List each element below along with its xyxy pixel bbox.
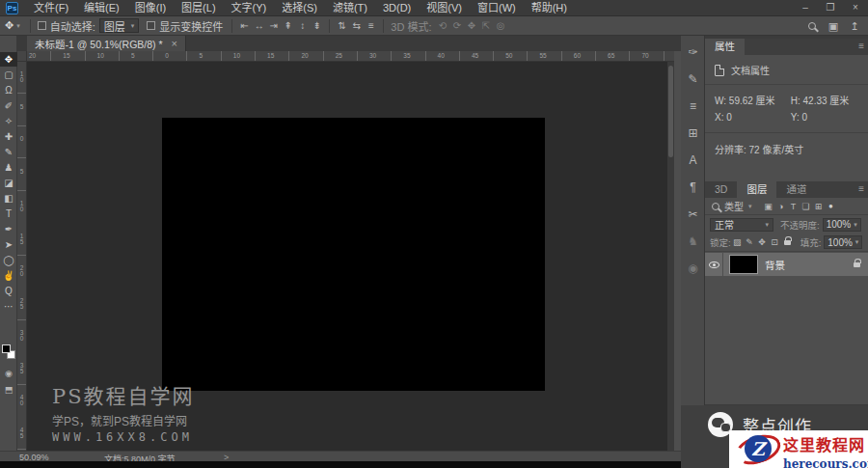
layer-thumbnail[interactable] [729, 255, 758, 274]
eraser-tool[interactable]: ◪ [0, 176, 17, 190]
auto-select-label: 自动选择: [50, 18, 95, 34]
vertical-scrollbar[interactable] [667, 62, 674, 451]
lock-transparency-icon[interactable]: ▨ [731, 234, 744, 251]
auto-select-dropdown[interactable]: 图层 ▾ [99, 18, 140, 33]
move-tool[interactable]: ✥ [0, 52, 17, 67]
tab-layers[interactable]: 图层 [737, 181, 776, 198]
clone-source-icon[interactable]: ⊞ [681, 122, 705, 145]
lock-move-icon[interactable]: ✥ [756, 234, 769, 251]
align-left-icon[interactable]: ⇤ [237, 17, 252, 35]
panel-menu-icon[interactable]: ≡ [858, 183, 864, 194]
menu-3d[interactable]: 3D(D) [375, 0, 419, 16]
3d-pan-icon[interactable]: ✥ [465, 17, 479, 35]
opacity-dropdown[interactable]: 100% ▾ [823, 218, 861, 232]
panel-menu-icon[interactable]: ≡ [858, 41, 864, 51]
options-bar-right: ▣ ↥ [808, 16, 864, 36]
hand-tool[interactable]: ✌ [0, 268, 17, 283]
gradient-tool[interactable]: ◧ [0, 191, 17, 206]
creative-cloud-icon[interactable]: ◉ [681, 257, 705, 280]
filter-type-layers-icon[interactable]: T [787, 199, 800, 214]
tab-properties[interactable]: 属性 [705, 39, 745, 55]
filter-pixel-layers-icon[interactable]: ▣ [762, 199, 774, 214]
screen-mode-button[interactable]: ⬒ [0, 385, 17, 395]
path-selection-tool[interactable]: ➤ [0, 237, 17, 252]
shape-tool[interactable]: ◯ [0, 253, 17, 267]
tool-preset-dropdown[interactable]: ✥ ▾ [0, 19, 25, 32]
3d-slide-icon[interactable]: ⇱ [479, 17, 494, 35]
spot-healing-tool[interactable]: ✚ [0, 129, 17, 144]
filter-adjustment-layers-icon[interactable]: ◑ [774, 199, 787, 214]
brush-settings-icon[interactable]: ✎ [681, 68, 705, 91]
chevron-down-icon: ▾ [131, 22, 135, 30]
lock-all-icon[interactable] [784, 240, 791, 245]
character-panel-icon[interactable]: A [681, 149, 705, 172]
tool-presets-icon[interactable]: ✂ [681, 203, 705, 226]
distribute-horizontal-icon[interactable]: ⇆ [349, 17, 364, 35]
close-button[interactable]: × [843, 0, 868, 16]
eyedropper-tool[interactable]: ✧ [0, 114, 17, 128]
share-icon[interactable]: ↥ [845, 20, 864, 33]
filter-shape-layers-icon[interactable]: ❏ [800, 199, 812, 214]
distribute-even-icon[interactable]: ≡ [364, 17, 378, 35]
workspace-icon[interactable]: ▣ [824, 20, 843, 33]
restore-button[interactable]: ❐ [818, 0, 843, 16]
marquee-tool[interactable]: ▢ [0, 68, 17, 82]
zoom-tool[interactable]: Q [0, 284, 17, 298]
brush-tool[interactable]: ✎ [0, 145, 17, 159]
foreground-color-swatch[interactable] [2, 344, 11, 353]
quick-mask-button[interactable]: ◉ [0, 369, 17, 378]
auto-select-checkbox[interactable] [38, 21, 46, 30]
search-icon[interactable] [808, 22, 816, 30]
document-tab[interactable]: 未标题-1 @ 50.1%(RGB/8) * × [27, 36, 186, 51]
menu-window[interactable]: 窗口(W) [470, 0, 524, 16]
menu-layer[interactable]: 图层(L) [174, 0, 223, 16]
blend-mode-dropdown[interactable]: 正常 ▾ [710, 218, 773, 232]
paragraph-panel-icon[interactable]: ¶ [681, 176, 705, 199]
minimize-button[interactable]: – [793, 0, 818, 16]
menu-type[interactable]: 文字(Y) [224, 0, 275, 16]
adjustments-icon[interactable]: ≡ [681, 95, 705, 118]
close-icon[interactable]: × [172, 38, 177, 49]
fill-dropdown[interactable]: 100% ▾ [824, 235, 862, 249]
distribute-vertical-icon[interactable]: ⇅ [335, 17, 349, 35]
horizontal-ruler: 2015105051015202530354045505560657075 [17, 51, 674, 62]
tab-3d[interactable]: 3D [705, 181, 737, 198]
menu-view[interactable]: 视图(V) [419, 0, 470, 16]
libraries-icon[interactable]: ♞ [681, 230, 705, 253]
align-right-icon[interactable]: ⇥ [266, 17, 281, 35]
3d-orbit-icon[interactable]: ⟲ [436, 17, 450, 35]
align-middle-icon[interactable]: ↕ [295, 17, 310, 35]
layer-filter-type-dropdown[interactable]: 类型 ▾ [710, 199, 760, 213]
lasso-tool[interactable]: Ω [0, 83, 17, 97]
lock-artboard-icon[interactable]: ⊡ [769, 234, 781, 251]
history-brush-icon[interactable]: ✑ [681, 41, 705, 64]
move-tool-icon: ✥ [5, 19, 14, 32]
menu-edit[interactable]: 编辑(E) [76, 0, 127, 16]
scrollbar-thumb[interactable] [668, 66, 673, 157]
menu-filter[interactable]: 滤镜(T) [325, 0, 375, 16]
align-top-icon[interactable]: ⇞ [281, 17, 295, 35]
chevron-down-icon: ▾ [854, 221, 857, 229]
3d-zoom-icon[interactable]: ◎ [494, 17, 508, 35]
type-tool[interactable]: T [0, 206, 17, 221]
pen-tool[interactable]: ✒ [0, 222, 17, 236]
quick-selection-tool[interactable]: ✐ [0, 98, 17, 113]
align-bottom-icon[interactable]: ⇟ [310, 17, 324, 35]
menu-select[interactable]: 选择(S) [274, 0, 325, 16]
document-canvas[interactable] [162, 118, 545, 391]
menu-image[interactable]: 图像(I) [127, 0, 174, 16]
3d-roll-icon[interactable]: ⟳ [450, 17, 465, 35]
filter-toggle-icon[interactable]: ● [828, 202, 833, 210]
tab-channels[interactable]: 通道 [776, 181, 816, 198]
show-transform-checkbox[interactable] [147, 21, 155, 30]
layer-visibility-toggle[interactable] [705, 253, 723, 276]
menu-help[interactable]: 帮助(H) [524, 0, 575, 16]
color-swatches[interactable] [2, 344, 16, 360]
lock-paint-icon[interactable]: ✎ [744, 234, 756, 251]
edit-toolbar-button[interactable]: ⋯ [0, 299, 17, 314]
menu-file[interactable]: 文件(F) [26, 0, 76, 16]
clone-stamp-tool[interactable]: ♟ [0, 160, 17, 175]
filter-smart-objects-icon[interactable]: ⊞ [812, 199, 825, 214]
layer-row-background[interactable]: 背景 [705, 253, 868, 276]
align-center-h-icon[interactable]: ↔ [252, 17, 266, 35]
